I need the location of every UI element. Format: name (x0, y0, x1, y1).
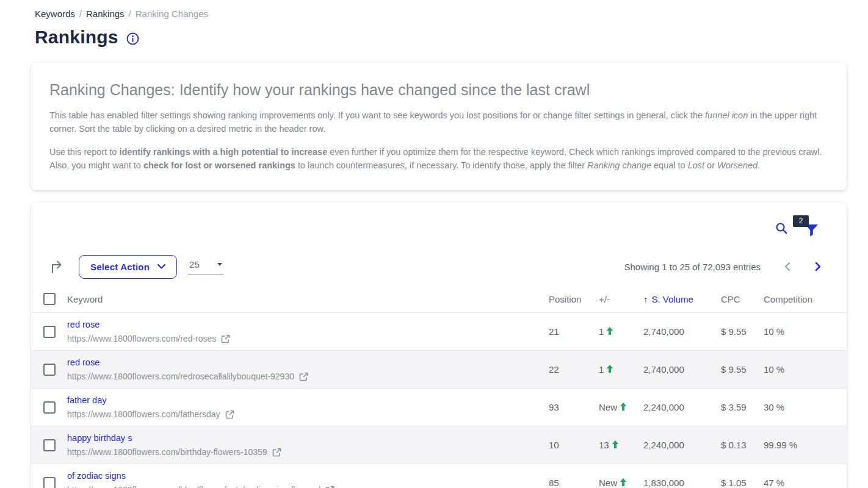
external-link-icon[interactable] (272, 448, 281, 457)
change-value: New (599, 478, 643, 488)
external-link-icon[interactable] (325, 486, 335, 488)
cpc-value: $ 9.55 (721, 326, 764, 337)
previous-page-button[interactable] (784, 262, 790, 271)
table-controls-row: Select Action 25 Showing 1 to 25 of 72,0… (31, 254, 847, 279)
up-arrow-icon (606, 327, 613, 335)
row-checkbox-cell (31, 401, 67, 414)
chevron-down-icon (157, 264, 165, 269)
position-value: 22 (549, 364, 599, 375)
change-value: New (599, 402, 643, 412)
intro-paragraph-1: This table has enabled filter settings s… (49, 109, 828, 135)
rankings-page: Keywords/Rankings/Ranking Changes Rankin… (0, 0, 868, 488)
up-arrow-icon (620, 403, 627, 411)
table-card: 2 Select Action 25 (31, 203, 847, 488)
table-header-row: Keyword Position +/- ↑ S. Volume CPC Com… (31, 285, 847, 312)
up-arrow-icon (606, 365, 613, 373)
row-checkbox-cell (31, 326, 67, 338)
result-url: https://www.1800flowers.com/birthday-flo… (67, 447, 549, 457)
breadcrumb-rankings[interactable]: Rankings (86, 9, 125, 19)
table-row: of zodiac signshttps://www.1800flowers.c… (31, 464, 847, 488)
position-value: 21 (549, 326, 599, 337)
page-title: Rankings (35, 27, 118, 48)
row-checkbox[interactable] (43, 477, 56, 488)
keyword-link[interactable]: happy birthday s (67, 433, 132, 443)
table-row: red rosehttps://www.1800flowers.com/red-… (31, 312, 847, 350)
up-arrow-icon (620, 478, 627, 486)
volume-value: 2,740,000 (643, 326, 721, 337)
intro-paragraph-2: Use this report to identify rankings wit… (49, 146, 828, 172)
competition-value: 99.99 % (764, 440, 847, 450)
column-header-position[interactable]: Position (549, 294, 599, 304)
page-size-select[interactable]: 25 (188, 259, 223, 274)
column-header-volume[interactable]: ↑ S. Volume (643, 294, 721, 304)
keyword-cell: red rosehttps://www.1800flowers.com/redr… (67, 357, 549, 381)
row-checkbox[interactable] (43, 326, 56, 338)
cpc-value: $ 3.59 (721, 402, 764, 412)
change-value: 1 (599, 326, 643, 337)
change-value: 13 (599, 440, 643, 450)
cpc-value: $ 9.55 (721, 364, 764, 375)
row-checkbox-cell (31, 439, 67, 451)
position-value: 10 (549, 440, 599, 450)
filter-count-badge: 2 (793, 215, 809, 227)
column-header-change[interactable]: +/- (599, 294, 643, 304)
external-link-icon[interactable] (225, 410, 234, 419)
result-url: https://www.1800flowers.com/blog/flower-… (67, 485, 549, 488)
breadcrumb-keywords[interactable]: Keywords (35, 9, 75, 19)
search-icon[interactable] (776, 223, 787, 234)
breadcrumb-separator: / (129, 9, 131, 19)
rankings-table: Keyword Position +/- ↑ S. Volume CPC Com… (31, 285, 847, 488)
column-header-competition[interactable]: Competition (764, 294, 847, 304)
table-row: happy birthday shttps://www.1800flowers.… (31, 426, 847, 464)
header-checkbox-cell (31, 293, 67, 305)
table-row: red rosehttps://www.1800flowers.com/redr… (31, 350, 847, 388)
page-size-value: 25 (189, 259, 200, 270)
row-checkbox[interactable] (43, 439, 56, 451)
export-icon[interactable] (51, 260, 63, 274)
select-action-label: Select Action (90, 262, 150, 272)
competition-value: 10 % (764, 326, 847, 337)
select-action-button[interactable]: Select Action (79, 255, 177, 279)
table-icons-row: 2 (31, 217, 847, 240)
showing-entries-text: Showing 1 to 25 of 72,093 entries (624, 262, 761, 272)
keyword-cell: father dayhttps://www.1800flowers.com/fa… (67, 395, 549, 419)
keyword-link[interactable]: of zodiac signs (67, 471, 126, 481)
row-checkbox-cell (31, 364, 67, 376)
row-checkbox[interactable] (43, 401, 56, 414)
info-icon[interactable] (126, 32, 139, 45)
volume-value: 2,240,000 (643, 440, 721, 450)
table-row: father dayhttps://www.1800flowers.com/fa… (31, 388, 847, 426)
caret-down-icon (217, 263, 222, 266)
result-url: https://www.1800flowers.com/redrosecalla… (67, 371, 549, 381)
row-checkbox-cell (31, 477, 67, 488)
title-row: Rankings (35, 27, 868, 48)
position-value: 93 (549, 402, 599, 412)
breadcrumb-separator: / (79, 9, 82, 19)
intro-heading: Ranking Changes: Identify how your ranki… (49, 81, 828, 99)
volume-value: 2,240,000 (643, 402, 721, 412)
funnel-icon[interactable]: 2 (805, 223, 819, 237)
intro-card: Ranking Changes: Identify how your ranki… (31, 63, 847, 190)
competition-value: 47 % (764, 478, 847, 488)
column-header-keyword[interactable]: Keyword (67, 294, 549, 304)
keyword-link[interactable]: father day (67, 395, 107, 405)
cpc-value: $ 1.05 (721, 478, 764, 488)
result-url: https://www.1800flowers.com/red-roses (67, 334, 549, 343)
keyword-cell: happy birthday shttps://www.1800flowers.… (67, 433, 549, 457)
up-arrow-icon (612, 440, 619, 448)
volume-value: 2,740,000 (643, 364, 721, 375)
external-link-icon[interactable] (299, 372, 308, 381)
keyword-link[interactable]: red rose (67, 320, 99, 329)
breadcrumb-ranking-changes: Ranking Changes (136, 9, 208, 19)
keyword-cell: of zodiac signshttps://www.1800flowers.c… (67, 471, 549, 488)
position-value: 85 (549, 478, 599, 488)
volume-value: 1,830,000 (643, 478, 721, 488)
keyword-link[interactable]: red rose (67, 357, 99, 367)
select-all-checkbox[interactable] (43, 293, 56, 305)
column-header-cpc[interactable]: CPC (721, 294, 764, 304)
change-value: 1 (599, 364, 643, 375)
competition-value: 30 % (764, 402, 847, 412)
row-checkbox[interactable] (43, 364, 56, 376)
next-page-button[interactable] (815, 262, 822, 271)
external-link-icon[interactable] (221, 334, 230, 343)
